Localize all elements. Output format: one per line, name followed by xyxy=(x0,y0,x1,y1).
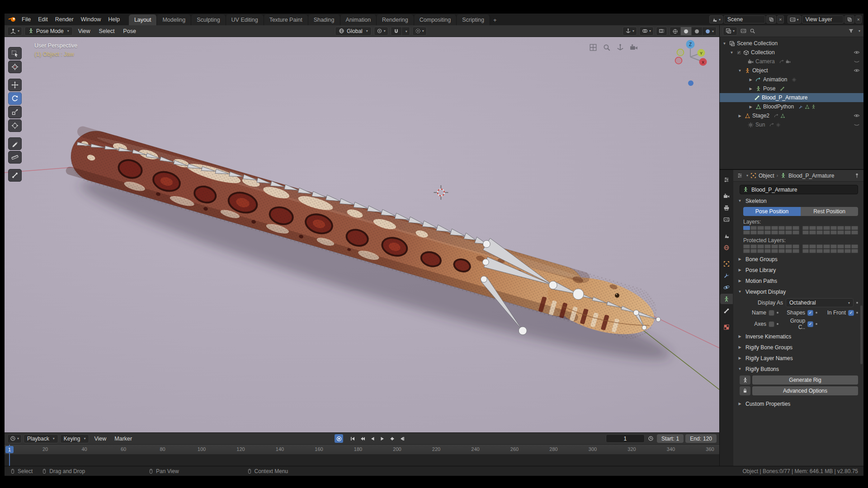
axes-checkbox[interactable] xyxy=(769,321,774,327)
eye-closed-icon[interactable] xyxy=(854,58,860,65)
breadcrumb-data[interactable]: Blood_P_Armature xyxy=(788,173,834,179)
pin-icon[interactable] xyxy=(854,173,860,178)
section-custom-properties[interactable]: ▶Custom Properties xyxy=(737,399,859,408)
display-mode-icon[interactable] xyxy=(741,28,746,34)
armature-layer-toggle[interactable] xyxy=(837,244,844,249)
section-pose-library[interactable]: ▶Pose Library xyxy=(737,265,859,275)
expand-arrow[interactable]: ▼ xyxy=(729,51,735,55)
in-front-checkbox[interactable] xyxy=(848,310,854,316)
armature-layer-toggle[interactable] xyxy=(809,230,816,235)
eye-closed-icon[interactable] xyxy=(854,122,860,128)
transform-orientation-dropdown[interactable]: Global▾ xyxy=(335,27,372,36)
outliner-row-collection[interactable]: ▼ Collection xyxy=(720,48,863,57)
bone-joint-sphere[interactable] xyxy=(483,240,490,248)
section-motion-paths[interactable]: ▶Motion Paths xyxy=(737,276,859,286)
breadcrumb-object[interactable]: Object xyxy=(759,173,774,179)
armature-layer-toggle[interactable] xyxy=(785,230,792,235)
armature-layer-toggle[interactable] xyxy=(802,226,809,230)
pose-menu[interactable]: Pose xyxy=(120,28,139,34)
armature-layer-toggle[interactable] xyxy=(793,249,799,253)
armature-layer-toggle[interactable] xyxy=(778,230,785,235)
shading-rendered-button[interactable]: ▾ xyxy=(703,27,716,36)
armature-layer-toggle[interactable] xyxy=(851,230,858,235)
tab-uv-editing[interactable]: UV Editing xyxy=(226,14,264,25)
animate-dot[interactable] xyxy=(777,323,778,325)
properties-scrollbar[interactable] xyxy=(860,305,863,364)
eye-icon[interactable] xyxy=(854,113,860,119)
annotate-tool[interactable] xyxy=(8,137,22,150)
navigation-gizmo[interactable]: Z Y X xyxy=(670,38,711,91)
armature-layer-toggle[interactable] xyxy=(823,249,830,253)
armature-layer-toggle[interactable] xyxy=(809,244,816,249)
timeline-view-menu[interactable]: View xyxy=(91,436,109,442)
armature-layer-toggle[interactable] xyxy=(778,249,785,253)
armature-layer-toggle[interactable] xyxy=(785,249,792,253)
tab-modifiers[interactable] xyxy=(720,270,733,281)
expand-arrow[interactable]: ▶ xyxy=(748,87,754,91)
armature-bone[interactable] xyxy=(422,221,437,228)
next-keyframe-button[interactable] xyxy=(388,434,396,443)
generate-rig-button[interactable]: Generate Rig xyxy=(752,375,858,385)
view-layer-name-field[interactable]: View Layer xyxy=(802,15,844,23)
armature-layer-toggle[interactable] xyxy=(816,226,823,230)
timeline-marker-menu[interactable]: Marker xyxy=(111,436,135,442)
cursor-tool[interactable] xyxy=(8,61,22,73)
select-menu[interactable]: Select xyxy=(96,28,118,34)
armature-layer-toggle[interactable] xyxy=(823,244,830,249)
properties-editor-icon[interactable] xyxy=(737,173,743,178)
tab-animation[interactable]: Animation xyxy=(340,14,377,25)
armature-layer-toggle[interactable] xyxy=(750,249,757,253)
tab-scene[interactable] xyxy=(720,230,733,241)
outliner-row-scene-collection[interactable]: ▼ Scene Collection xyxy=(720,39,863,48)
armature-layer-toggle[interactable] xyxy=(802,244,809,249)
expand-arrow[interactable]: ▼ xyxy=(737,69,743,73)
tab-texture-paint[interactable]: Texture Paint xyxy=(264,14,308,25)
blender-logo-icon[interactable] xyxy=(6,14,18,25)
armature-bone[interactable] xyxy=(312,192,326,197)
eye-icon[interactable] xyxy=(854,67,860,74)
collection-checkbox[interactable] xyxy=(736,50,741,55)
armature-bone[interactable] xyxy=(464,233,476,240)
armature-layer-toggle[interactable] xyxy=(771,230,778,235)
unlink-scene-button[interactable]: × xyxy=(777,15,783,23)
armature-layer-toggle[interactable] xyxy=(830,230,837,235)
armature-layer-toggle[interactable] xyxy=(764,249,771,253)
menu-file[interactable]: File xyxy=(18,14,34,25)
tab-active-tool[interactable] xyxy=(720,174,733,185)
expand-arrow[interactable]: ▶ xyxy=(737,114,743,118)
scene-browse-button[interactable]: ▾ xyxy=(709,15,723,23)
expand-arrow[interactable]: ▶ xyxy=(748,78,754,82)
armature-layer-toggle[interactable] xyxy=(837,226,844,230)
pose-breakdowner-tool[interactable] xyxy=(8,169,22,182)
auto-keyframe-button[interactable] xyxy=(335,434,343,443)
playhead-badge[interactable]: 1 xyxy=(5,446,14,453)
view-menu[interactable]: View xyxy=(75,28,94,34)
armature-layer-toggle[interactable] xyxy=(830,244,837,249)
3d-cursor[interactable] xyxy=(434,185,448,200)
armature-bone[interactable] xyxy=(284,184,299,190)
armature-bone[interactable] xyxy=(340,198,354,205)
outliner-row-camera[interactable]: Camera xyxy=(720,57,863,66)
menu-help[interactable]: Help xyxy=(104,14,123,25)
shading-wireframe-button[interactable] xyxy=(670,27,681,36)
advanced-options-button[interactable]: Advanced Options xyxy=(752,386,858,395)
lock-icon-button[interactable] xyxy=(740,386,750,395)
select-box-tool[interactable] xyxy=(8,47,22,60)
armature-bone[interactable] xyxy=(381,209,396,216)
armature-layer-toggle[interactable] xyxy=(771,226,778,230)
outliner-row-stage2[interactable]: ▶ Stage2 xyxy=(720,111,863,120)
tab-render[interactable] xyxy=(720,191,733,201)
axis-z-negative-ball[interactable] xyxy=(688,80,693,86)
measure-tool[interactable] xyxy=(8,151,22,164)
armature-layer-toggle[interactable] xyxy=(851,249,858,253)
armature-layer-toggle[interactable] xyxy=(743,226,750,230)
armature-layer-toggle[interactable] xyxy=(785,226,792,230)
tab-view-layer[interactable] xyxy=(720,214,733,225)
filter-icon[interactable] xyxy=(848,28,854,34)
tab-output[interactable] xyxy=(720,202,733,213)
armature-layer-toggle[interactable] xyxy=(750,244,757,249)
frame-start-field[interactable]: Start:1 xyxy=(657,434,684,443)
tab-object-data[interactable] xyxy=(720,294,733,304)
outliner-row-blood-p-armature[interactable]: Blood_P_Armature xyxy=(720,93,863,102)
armature-bone[interactable] xyxy=(409,217,424,224)
